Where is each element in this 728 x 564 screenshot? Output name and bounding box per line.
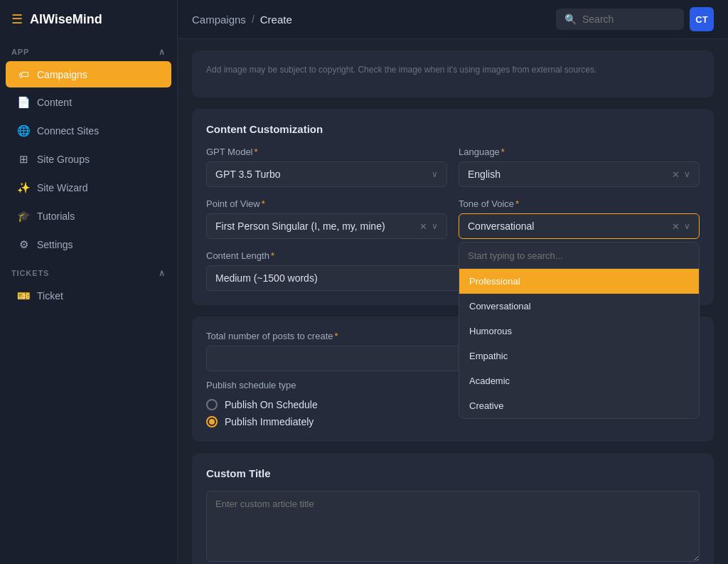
sidebar-item-connect-sites[interactable]: 🌐 Connect Sites: [6, 117, 171, 144]
point-of-view-chevron-icon: ∨: [432, 221, 438, 231]
radio-label-on-schedule: Publish On Schedule: [225, 399, 318, 410]
search-input[interactable]: [582, 14, 675, 25]
site-groups-icon: ⊞: [17, 153, 30, 166]
breadcrumb-separator: /: [252, 14, 255, 25]
tutorials-icon: 🎓: [17, 210, 30, 223]
point-of-view-value: First Person Singular (I, me, my, mine): [215, 220, 419, 232]
settings-icon: ⚙: [17, 238, 30, 251]
tone-of-voice-dropdown: Professional Conversational Humorous Emp…: [459, 242, 700, 419]
tone-option-humorous[interactable]: Humorous: [459, 319, 699, 344]
sidebar-item-label: Ticket: [37, 290, 63, 302]
sidebar-item-label: Campaigns: [37, 69, 87, 80]
tone-option-conversational[interactable]: Conversational: [459, 294, 699, 319]
tone-of-voice-select[interactable]: Conversational ✕ ∨: [459, 213, 700, 239]
gpt-model-value: GPT 3.5 Turbo: [215, 169, 432, 180]
content-area: Add image may be subject to copyright. C…: [178, 39, 728, 564]
sidebar: ☰ AIWiseMind APP ∧ 🏷 Campaigns 📄 Content…: [0, 0, 178, 564]
sidebar-item-site-groups[interactable]: ⊞ Site Groups: [6, 146, 171, 173]
gpt-model-select[interactable]: GPT 3.5 Turbo ∨: [206, 161, 447, 187]
breadcrumb: Campaigns / Create: [192, 14, 550, 26]
tone-of-voice-search-input[interactable]: [468, 250, 690, 261]
ticket-icon: 🎫: [17, 289, 30, 302]
sidebar-header: ☰ AIWiseMind: [0, 0, 177, 38]
sidebar-item-campaigns[interactable]: 🏷 Campaigns: [6, 61, 171, 87]
avatar: CT: [690, 7, 714, 31]
tone-of-voice-value: Conversational: [468, 220, 672, 232]
search-box[interactable]: 🔍: [556, 9, 684, 30]
sidebar-item-label: Connect Sites: [37, 125, 99, 137]
gpt-model-group: GPT Model* GPT 3.5 Turbo ∨: [206, 147, 447, 187]
sidebar-section-label-app: APP ∧: [0, 38, 177, 60]
image-note-card: Add image may be subject to copyright. C…: [192, 50, 714, 97]
sidebar-item-label: Site Wizard: [37, 182, 88, 193]
tone-option-academic[interactable]: Academic: [459, 368, 699, 393]
language-chevron-icon: ∨: [684, 169, 690, 179]
sidebar-item-ticket[interactable]: 🎫 Ticket: [6, 282, 171, 309]
language-label: Language*: [459, 147, 700, 157]
sidebar-section-app: APP ∧ 🏷 Campaigns 📄 Content 🌐 Connect Si…: [0, 38, 177, 260]
main-area: Campaigns / Create 🔍 CT Add image may be…: [178, 0, 728, 564]
breadcrumb-current: Create: [260, 14, 292, 26]
sidebar-item-label: Site Groups: [37, 154, 90, 165]
sidebar-item-tutorials[interactable]: 🎓 Tutorials: [6, 203, 171, 230]
point-of-view-clear-icon[interactable]: ✕: [419, 221, 427, 232]
custom-title-textarea[interactable]: [206, 491, 700, 562]
sidebar-item-label: Tutorials: [37, 211, 75, 222]
language-value: English: [468, 169, 672, 180]
sidebar-item-label: Content: [37, 97, 72, 108]
radio-circle-immediately: [206, 416, 218, 427]
radio-label-immediately: Publish Immediately: [225, 416, 314, 427]
gpt-model-chevron-icon: ∨: [432, 169, 438, 179]
custom-title-section-title: Custom Title: [206, 467, 700, 479]
point-of-view-group: Point of View* First Person Singular (I,…: [206, 198, 447, 239]
breadcrumb-parent[interactable]: Campaigns: [192, 14, 246, 26]
card-note-text: Add image may be subject to copyright. C…: [206, 65, 700, 75]
point-of-view-select[interactable]: First Person Singular (I, me, my, mine) …: [206, 213, 447, 239]
sidebar-item-settings[interactable]: ⚙ Settings: [6, 231, 171, 258]
tone-of-voice-label: Tone of Voice*: [459, 198, 700, 209]
tone-option-empathic[interactable]: Empathic: [459, 344, 699, 368]
app-title: AIWiseMind: [30, 12, 102, 27]
site-wizard-icon: ✨: [17, 181, 30, 194]
tone-of-voice-chevron-icon: ∨: [684, 221, 690, 231]
tone-of-voice-clear-icon[interactable]: ✕: [672, 221, 680, 232]
sidebar-item-content[interactable]: 📄 Content: [6, 89, 171, 116]
sidebar-item-label: Settings: [37, 239, 73, 250]
custom-title-card: Custom Title Since you are creating only…: [192, 453, 714, 564]
tone-option-creative[interactable]: Creative: [459, 393, 699, 418]
search-icon: 🔍: [564, 14, 577, 25]
connect-sites-icon: 🌐: [17, 124, 30, 137]
language-select[interactable]: English ✕ ∨: [459, 161, 700, 187]
topbar: Campaigns / Create 🔍 CT: [178, 0, 728, 39]
language-clear-icon[interactable]: ✕: [672, 169, 680, 180]
sidebar-section-label-tickets: TICKETS ∧: [0, 260, 177, 281]
menu-icon[interactable]: ☰: [11, 11, 23, 27]
content-customization-title: Content Customization: [206, 123, 700, 135]
content-customization-card: Content Customization GPT Model* GPT 3.5…: [192, 109, 714, 305]
content-icon: 📄: [17, 96, 30, 109]
radio-circle-on-schedule: [206, 399, 218, 410]
tone-of-voice-search-container: [459, 243, 699, 269]
sidebar-item-site-wizard[interactable]: ✨ Site Wizard: [6, 174, 171, 201]
sidebar-section-tickets: TICKETS ∧ 🎫 Ticket: [0, 260, 177, 311]
tone-of-voice-group: Tone of Voice* Conversational ✕ ∨: [459, 198, 700, 239]
point-of-view-label: Point of View*: [206, 198, 447, 209]
content-customization-grid: GPT Model* GPT 3.5 Turbo ∨ Language*: [206, 147, 700, 239]
language-group: Language* English ✕ ∨: [459, 147, 700, 187]
campaigns-icon: 🏷: [17, 68, 30, 80]
tone-of-voice-options-list: Professional Conversational Humorous Emp…: [459, 269, 699, 418]
gpt-model-label: GPT Model*: [206, 147, 447, 157]
tone-option-professional[interactable]: Professional: [459, 269, 699, 294]
